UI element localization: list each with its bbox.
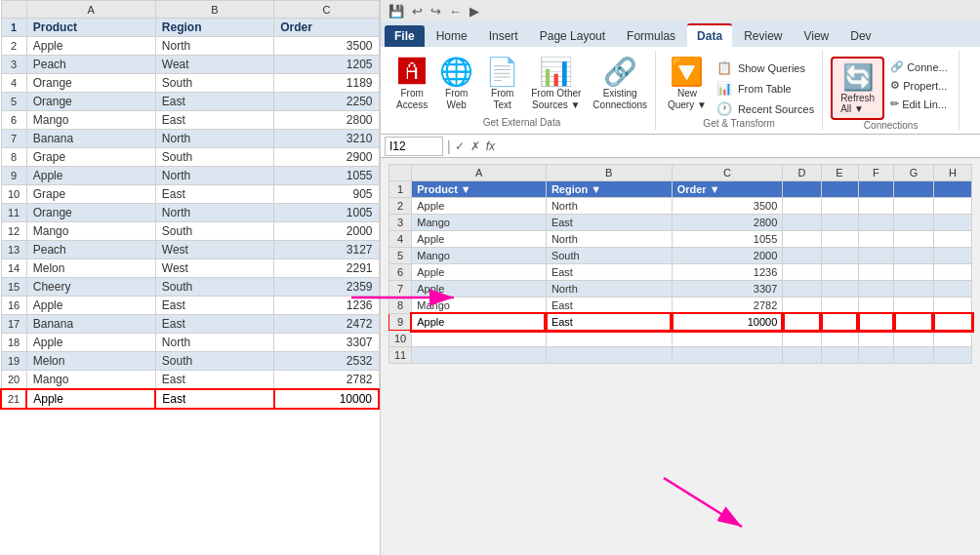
cell-4-3[interactable]: 1189 [274, 74, 379, 93]
formula-input[interactable] [503, 139, 976, 153]
back-icon[interactable]: ← [447, 3, 464, 20]
inner-cell-2-6[interactable] [858, 198, 894, 215]
refresh-all-button[interactable]: 🔄 RefreshAll ▼ [831, 57, 884, 120]
inner-cell-4-1[interactable]: Apple [412, 231, 547, 248]
properties-button[interactable]: ⚙ Propert... [890, 77, 948, 94]
inner-cell-9-8[interactable] [933, 314, 971, 331]
inner-cell-10-3[interactable] [672, 331, 783, 347]
cell-10-3[interactable]: 905 [274, 185, 379, 204]
cell-4-1[interactable]: Orange [26, 74, 155, 93]
from-web-button[interactable]: 🌐 FromWeb [435, 57, 477, 113]
inner-cell-5-1[interactable]: Mango [412, 248, 547, 264]
cell-13-1[interactable]: Peach [26, 241, 155, 259]
inner-col-a[interactable]: A [412, 165, 547, 181]
inner-cell-7-8[interactable] [933, 281, 971, 297]
inner-cell-5-5[interactable] [821, 248, 858, 264]
cell-9-2[interactable]: North [155, 167, 273, 185]
inner-cell-1-6[interactable] [858, 181, 894, 198]
cell-7-3[interactable]: 3210 [274, 130, 379, 148]
inner-cell-11-7[interactable] [894, 347, 933, 364]
inner-cell-3-3[interactable]: 2800 [672, 215, 783, 231]
inner-cell-5-7[interactable] [894, 248, 933, 264]
cell-13-3[interactable]: 3127 [274, 241, 379, 259]
inner-cell-4-8[interactable] [933, 231, 971, 248]
existing-connections-button[interactable]: 🔗 ExistingConnections [589, 57, 651, 113]
inner-cell-10-5[interactable] [821, 331, 858, 347]
inner-cell-2-7[interactable] [894, 198, 933, 215]
redo-icon[interactable]: ↪ [429, 3, 443, 20]
inner-cell-2-8[interactable] [933, 198, 971, 215]
inner-cell-6-4[interactable] [783, 264, 821, 281]
inner-cell-8-3[interactable]: 2782 [672, 297, 783, 314]
from-text-button[interactable]: 📄 FromText [481, 57, 523, 113]
inner-cell-9-6[interactable] [858, 314, 894, 331]
cell-14-2[interactable]: West [155, 259, 273, 278]
cell-13-2[interactable]: West [155, 241, 273, 259]
cell-12-1[interactable]: Mango [26, 222, 155, 241]
inner-cell-11-8[interactable] [933, 347, 971, 364]
inner-cell-4-7[interactable] [894, 231, 933, 248]
inner-cell-2-3[interactable]: 3500 [672, 198, 783, 215]
inner-cell-1-1[interactable]: Product ▼ [412, 181, 547, 198]
cell-14-1[interactable]: Melon [26, 259, 155, 278]
inner-cell-7-2[interactable]: North [546, 281, 672, 297]
inner-col-e[interactable]: E [821, 165, 858, 181]
inner-cell-4-2[interactable]: North [546, 231, 672, 248]
inner-col-b[interactable]: B [546, 165, 672, 181]
inner-cell-10-4[interactable] [783, 331, 821, 347]
cell-20-1[interactable]: Mango [26, 371, 155, 390]
inner-cell-8-1[interactable]: Mango [412, 297, 547, 314]
cell-14-3[interactable]: 2291 [274, 259, 379, 278]
inner-cell-9-4[interactable] [783, 314, 821, 331]
inner-cell-9-3[interactable]: 10000 [672, 314, 783, 331]
cell-12-3[interactable]: 2000 [274, 222, 379, 241]
recent-sources-button[interactable]: 🕐 Recent Sources [716, 99, 814, 118]
show-queries-button[interactable]: 📋 Show Queries [716, 59, 814, 77]
connections-button[interactable]: 🔗 Conne... [890, 59, 948, 75]
cell-2-2[interactable]: North [155, 37, 273, 56]
cell-8-1[interactable]: Grape [26, 148, 155, 167]
inner-cell-1-4[interactable] [783, 181, 821, 198]
inner-cell-11-6[interactable] [858, 347, 894, 364]
inner-cell-6-7[interactable] [894, 264, 933, 281]
new-query-button[interactable]: 🔽 NewQuery ▼ [664, 57, 711, 113]
inner-cell-3-1[interactable]: Mango [412, 215, 547, 231]
tab-formulas[interactable]: Formulas [617, 25, 685, 47]
cell-2-3[interactable]: 3500 [274, 37, 379, 56]
cell-6-2[interactable]: East [155, 111, 273, 130]
inner-cell-8-7[interactable] [894, 297, 933, 314]
inner-cell-5-2[interactable]: South [546, 248, 672, 264]
cell-10-2[interactable]: East [155, 185, 273, 204]
inner-cell-9-5[interactable] [821, 314, 858, 331]
cell-21-3[interactable]: 10000 [274, 389, 379, 409]
inner-cell-8-4[interactable] [783, 297, 821, 314]
cell-16-1[interactable]: Apple [26, 297, 155, 315]
undo-icon[interactable]: ↩ [410, 3, 425, 20]
inner-cell-6-3[interactable]: 1236 [672, 264, 783, 281]
col-c-header[interactable]: C [274, 1, 379, 19]
inner-cell-7-5[interactable] [821, 281, 858, 297]
inner-cell-9-7[interactable] [894, 314, 933, 331]
from-table-button[interactable]: 📊 From Table [716, 79, 814, 98]
tab-review[interactable]: Review [734, 25, 792, 47]
col-b-header[interactable]: B [155, 1, 273, 19]
inner-cell-3-6[interactable] [858, 215, 894, 231]
inner-cell-11-5[interactable] [821, 347, 858, 364]
cell-6-3[interactable]: 2800 [274, 111, 379, 130]
inner-cell-1-3[interactable]: Order ▼ [672, 181, 783, 198]
inner-col-d[interactable]: D [783, 165, 821, 181]
inner-col-c[interactable]: C [672, 165, 783, 181]
cell-9-1[interactable]: Apple [26, 167, 155, 185]
cell-6-1[interactable]: Mango [26, 111, 155, 130]
cell-18-2[interactable]: North [155, 334, 273, 352]
inner-cell-3-5[interactable] [821, 215, 858, 231]
from-other-sources-button[interactable]: 📊 From OtherSources ▼ [527, 57, 585, 113]
cell-19-1[interactable]: Melon [26, 352, 155, 371]
cell-2-1[interactable]: Apple [26, 37, 155, 56]
cell-16-2[interactable]: East [155, 297, 273, 315]
cell-17-3[interactable]: 2472 [274, 315, 379, 334]
inner-cell-3-8[interactable] [933, 215, 971, 231]
inner-cell-5-8[interactable] [933, 248, 971, 264]
inner-cell-8-6[interactable] [858, 297, 894, 314]
tab-file[interactable]: File [385, 25, 425, 47]
